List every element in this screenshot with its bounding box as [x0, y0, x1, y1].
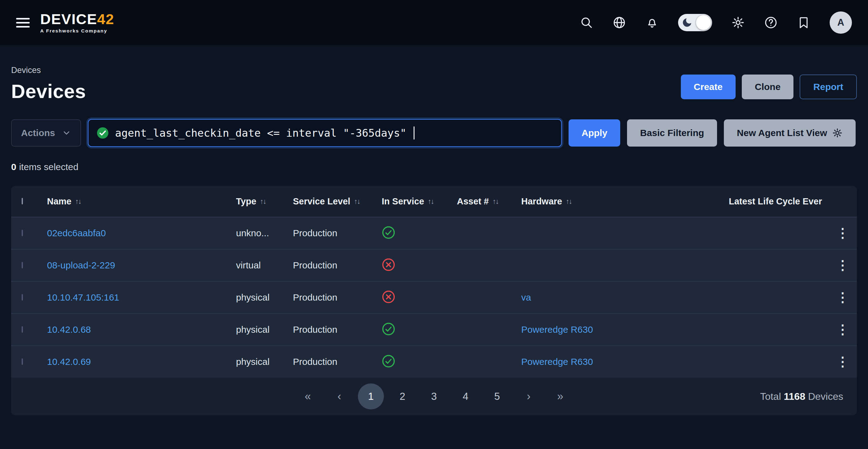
notifications-button[interactable] [645, 16, 659, 29]
page-button-4[interactable]: 4 [450, 383, 481, 409]
sort-icon: ↑↓ [428, 197, 434, 205]
language-button[interactable] [613, 16, 626, 29]
col-type[interactable]: Type↑↓ [236, 196, 293, 206]
page-button-2[interactable]: 2 [387, 383, 418, 409]
service-level: Production [293, 357, 382, 367]
hardware-link[interactable]: Poweredge R630 [521, 357, 593, 367]
row-checkbox[interactable] [22, 326, 23, 333]
service-level: Production [293, 292, 382, 303]
selection-label: items selected [19, 162, 79, 172]
filter-query-input[interactable]: agent_last_checkin_date <= interval "-36… [88, 119, 562, 147]
in-service-yes-icon [382, 322, 457, 337]
basic-filtering-button[interactable]: Basic Filtering [627, 119, 717, 147]
search-button[interactable] [580, 16, 593, 29]
service-level: Production [293, 260, 382, 270]
device-name-link[interactable]: 10.42.0.69 [47, 357, 91, 367]
head-actions: Create Clone Report [681, 74, 857, 99]
hardware-link[interactable]: Poweredge R630 [521, 324, 593, 334]
pagination: « ‹ 1 2 3 4 5 › » Total1168Devices [11, 378, 857, 415]
last-page-button[interactable]: » [545, 390, 576, 403]
device-type: physical [236, 324, 293, 335]
table-row: 10.42.0.69 physical Production Poweredge… [11, 345, 857, 378]
page-button-5[interactable]: 5 [481, 383, 513, 409]
next-page-button[interactable]: › [513, 390, 545, 403]
page-controls: « ‹ 1 2 3 4 5 › » [292, 383, 576, 409]
row-menu-button[interactable]: ⋮ [836, 227, 849, 239]
avatar[interactable]: A [830, 11, 852, 34]
query-valid-icon [96, 127, 109, 139]
table-row: 10.10.47.105:161 physical Production va … [11, 281, 857, 313]
hamburger-icon [16, 18, 30, 20]
settings-button[interactable] [731, 16, 745, 29]
report-button[interactable]: Report [800, 74, 857, 99]
help-button[interactable] [764, 16, 778, 29]
actions-dropdown[interactable]: Actions [11, 119, 81, 147]
device-name-link[interactable]: 10.10.47.105:161 [47, 292, 119, 302]
device-name-link[interactable]: 08-upload-2-229 [47, 260, 115, 270]
col-hardware[interactable]: Hardware↑↓ [521, 196, 729, 206]
sort-icon: ↑↓ [260, 197, 266, 205]
navbar-left: DEVICE42 A Freshworks Company [16, 12, 114, 33]
help-icon [764, 16, 778, 29]
sort-icon: ↑↓ [75, 197, 81, 205]
page-head: Devices Devices Create Clone Report [11, 66, 857, 102]
selection-count: 0 [11, 162, 17, 172]
brand-wordmark: DEVICE42 [40, 12, 114, 26]
bookmark-button[interactable] [797, 16, 810, 29]
breadcrumb[interactable]: Devices [11, 66, 86, 75]
menu-button[interactable] [16, 18, 30, 28]
in-service-yes-icon [382, 226, 457, 240]
page-button-3[interactable]: 3 [418, 383, 450, 409]
table-header-row: Name↑↓ Type↑↓ Service Level↑↓ In Service… [11, 186, 857, 217]
row-checkbox[interactable] [22, 294, 23, 300]
page-button-1[interactable]: 1 [355, 383, 387, 409]
prev-page-button[interactable]: ‹ [323, 390, 355, 403]
theme-toggle[interactable] [678, 14, 712, 31]
create-button[interactable]: Create [681, 74, 736, 99]
device-type: physical [236, 292, 293, 303]
col-name[interactable]: Name↑↓ [47, 196, 236, 206]
table-row: 08-upload-2-229 virtual Production ⋮ [11, 249, 857, 281]
brand-logo: DEVICE42 A Freshworks Company [40, 12, 114, 33]
actions-label: Actions [21, 128, 55, 138]
row-menu-button[interactable]: ⋮ [836, 323, 849, 336]
col-in-service[interactable]: In Service↑↓ [382, 196, 457, 206]
devices-page: Devices Devices Create Clone Report Acti… [0, 45, 868, 415]
total-count: Total1168Devices [760, 391, 843, 402]
brand-name: DEVICE [40, 11, 97, 27]
hardware-link[interactable]: va [521, 292, 531, 302]
title-block: Devices Devices [11, 66, 86, 102]
device-name-link[interactable]: 10.42.0.68 [47, 324, 91, 334]
new-agent-list-view-button[interactable]: New Agent List View [724, 119, 856, 147]
total-suffix: Devices [808, 391, 843, 402]
first-page-button[interactable]: « [292, 390, 323, 403]
col-lifecycle: Latest Life Cycle Ever [729, 196, 828, 206]
row-checkbox[interactable] [22, 358, 23, 365]
brand-subtitle: A Freshworks Company [40, 28, 114, 33]
new-agent-list-view-label: New Agent List View [737, 128, 827, 138]
gear-icon [832, 128, 843, 138]
search-icon [580, 16, 593, 29]
sort-icon: ↑↓ [566, 197, 572, 205]
toggle-knob [696, 15, 711, 30]
clone-button[interactable]: Clone [742, 74, 794, 99]
total-prefix: Total [760, 391, 781, 402]
device-type: virtual [236, 260, 293, 270]
page-title: Devices [11, 80, 86, 102]
row-menu-button[interactable]: ⋮ [836, 355, 849, 368]
device-name-link[interactable]: 02edc6aabfa0 [47, 228, 106, 238]
brand-accent: 42 [97, 11, 114, 27]
select-all-checkbox[interactable] [22, 198, 23, 204]
col-service-level[interactable]: Service Level↑↓ [293, 196, 382, 206]
bookmark-icon [797, 16, 810, 29]
row-menu-button[interactable]: ⋮ [836, 291, 849, 304]
col-asset[interactable]: Asset #↑↓ [457, 196, 521, 206]
device-type: physical [236, 357, 293, 367]
row-menu-button[interactable]: ⋮ [836, 259, 849, 272]
device-type: unkno... [236, 228, 293, 238]
chevron-down-icon [62, 128, 71, 138]
row-checkbox[interactable] [22, 262, 23, 268]
row-checkbox[interactable] [22, 230, 23, 236]
apply-button[interactable]: Apply [568, 119, 620, 147]
in-service-yes-icon [382, 354, 457, 369]
